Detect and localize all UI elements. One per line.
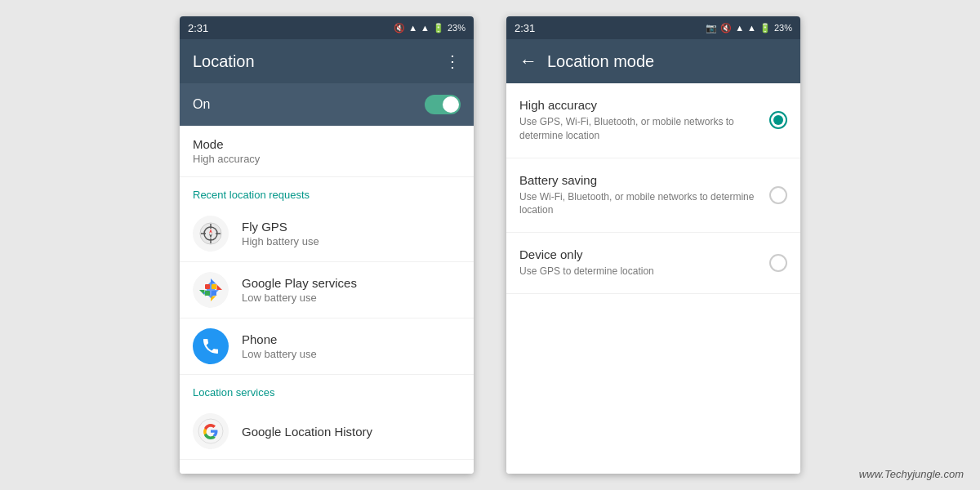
mode-value: High accuracy <box>193 153 461 165</box>
left-content: Mode High accuracy Recent location reque… <box>180 126 474 474</box>
left-status-icons: 🔇 ▲ ▲ 🔋 23% <box>394 23 466 33</box>
google-play-icon <box>193 272 229 308</box>
left-status-bar: 2:31 🔇 ▲ ▲ 🔋 23% <box>180 16 474 39</box>
toggle-label: On <box>193 97 210 112</box>
fly-gps-name: Fly GPS <box>242 220 319 234</box>
right-content: High accuracy Use GPS, Wi-Fi, Bluetooth,… <box>506 83 800 474</box>
right-mute-icon: 🔇 <box>720 23 732 33</box>
device-only-desc: Use GPS to determine location <box>519 265 760 278</box>
google-icon <box>193 413 229 449</box>
battery-icon: 🔋 <box>433 23 444 33</box>
battery-saving-desc: Use Wi-Fi, Bluetooth, or mobile networks… <box>519 190 760 218</box>
battery-saving-title: Battery saving <box>519 173 760 187</box>
device-only-text: Device only Use GPS to determine locatio… <box>519 247 760 278</box>
left-menu-button[interactable]: ⋮ <box>444 51 461 71</box>
high-accuracy-radio[interactable] <box>769 111 787 129</box>
left-app-title: Location <box>193 52 255 71</box>
mode-label: Mode <box>193 137 461 151</box>
phone-text: Phone Low battery use <box>242 332 317 360</box>
signal-icon: ▲ <box>421 23 430 33</box>
phone-usage: Low battery use <box>242 348 317 360</box>
right-app-bar-left: ← Location mode <box>519 51 654 72</box>
phone-item[interactable]: Phone Low battery use <box>180 318 474 375</box>
google-play-usage: Low battery use <box>242 292 357 304</box>
device-only-radio[interactable] <box>769 254 787 272</box>
right-battery-pct: 23% <box>774 23 792 33</box>
svg-rect-14 <box>205 291 210 296</box>
svg-rect-15 <box>212 291 216 296</box>
recent-requests-header: Recent location requests <box>180 177 474 206</box>
fly-gps-text: Fly GPS High battery use <box>242 220 319 247</box>
fly-gps-usage: High battery use <box>242 235 319 247</box>
svg-rect-12 <box>205 284 210 289</box>
battery-saving-radio[interactable] <box>769 186 787 204</box>
battery-saving-text: Battery saving Use Wi-Fi, Bluetooth, or … <box>519 173 760 218</box>
high-accuracy-title: High accuracy <box>519 98 760 112</box>
right-phone: 2:31 📷 🔇 ▲ ▲ 🔋 23% ← Location mode High … <box>506 16 800 474</box>
google-location-name: Google Location History <box>242 425 372 439</box>
right-status-icons: 📷 🔇 ▲ ▲ 🔋 23% <box>706 23 792 33</box>
google-play-text: Google Play services Low battery use <box>242 276 357 304</box>
google-play-item[interactable]: Google Play services Low battery use <box>180 262 474 318</box>
device-only-item[interactable]: Device only Use GPS to determine locatio… <box>506 233 800 294</box>
google-play-name: Google Play services <box>242 276 357 290</box>
high-accuracy-item[interactable]: High accuracy Use GPS, Wi-Fi, Bluetooth,… <box>506 83 800 158</box>
location-toggle[interactable] <box>425 95 461 114</box>
google-location-text: Google Location History <box>242 425 372 439</box>
phone-icon <box>193 328 229 364</box>
fly-gps-icon <box>193 216 229 252</box>
fly-gps-item[interactable]: Fly GPS High battery use <box>180 206 474 262</box>
watermark: www.Techyjungle.com <box>859 468 964 480</box>
back-button[interactable]: ← <box>519 51 537 72</box>
right-status-bar: 2:31 📷 🔇 ▲ ▲ 🔋 23% <box>506 16 800 39</box>
svg-rect-13 <box>212 284 216 289</box>
mode-setting-item[interactable]: Mode High accuracy <box>180 126 474 177</box>
device-only-title: Device only <box>519 247 760 261</box>
battery-saving-item[interactable]: Battery saving Use Wi-Fi, Bluetooth, or … <box>506 158 800 234</box>
left-app-bar: Location ⋮ <box>180 39 474 83</box>
right-battery-icon: 🔋 <box>760 23 771 33</box>
location-toggle-bar[interactable]: On <box>180 83 474 126</box>
right-app-bar: ← Location mode <box>506 39 800 83</box>
phone-name: Phone <box>242 332 317 346</box>
left-phone: 2:31 🔇 ▲ ▲ 🔋 23% Location ⋮ On Mode High… <box>180 16 474 474</box>
high-accuracy-text: High accuracy Use GPS, Wi-Fi, Bluetooth,… <box>519 98 760 143</box>
left-battery-pct: 23% <box>448 23 466 33</box>
location-services-header: Location services <box>180 375 474 403</box>
right-wifi-icon: ▲ <box>735 23 744 33</box>
right-camera-icon: 📷 <box>706 23 717 33</box>
mute-icon: 🔇 <box>394 23 405 33</box>
high-accuracy-desc: Use GPS, Wi-Fi, Bluetooth, or mobile net… <box>519 115 760 143</box>
wifi-icon: ▲ <box>408 23 417 33</box>
google-location-history-item[interactable]: Google Location History <box>180 403 474 460</box>
right-status-time: 2:31 <box>514 22 535 34</box>
left-status-time: 2:31 <box>188 22 208 34</box>
right-app-title: Location mode <box>547 52 654 71</box>
right-signal-icon: ▲ <box>747 23 756 33</box>
